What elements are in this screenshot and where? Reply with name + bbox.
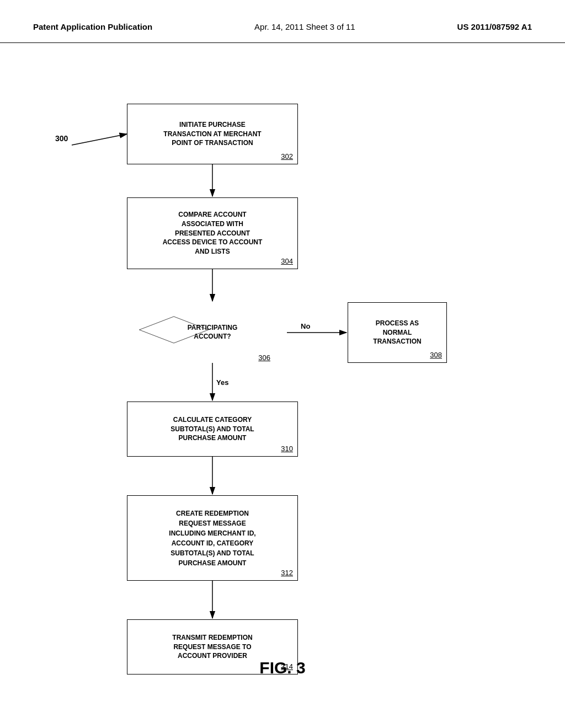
box-308-text: PROCESS AS NORMAL TRANSACTION: [373, 319, 421, 346]
publication-label: Patent Application Publication: [33, 22, 152, 31]
box-302-text: INITIATE PURCHASE TRANSACTION AT MERCHAN…: [163, 120, 261, 148]
ref-310: 310: [281, 445, 293, 453]
diamond-306-text: PARTICIPATINGACCOUNT?: [188, 324, 238, 341]
ref-306: 306: [258, 354, 270, 362]
box-304-text: COMPARE ACCOUNT ASSOCIATED WITH PRESENTE…: [163, 210, 263, 256]
box-304: COMPARE ACCOUNT ASSOCIATED WITH PRESENTE…: [127, 197, 298, 269]
svg-text:No: No: [301, 322, 310, 330]
diamond-306: PARTICIPATINGACCOUNT? 306: [138, 302, 287, 363]
ref-304: 304: [281, 257, 293, 265]
svg-text:Yes: Yes: [216, 378, 228, 387]
figure-label: FIG. 3: [259, 659, 305, 677]
box-314-text: TRANSMIT REDEMPTION REQUEST MESSAGE TO A…: [172, 633, 252, 661]
label-300: 300: [55, 134, 68, 143]
ref-308: 308: [430, 351, 442, 359]
svg-line-2: [72, 134, 127, 145]
sheet-info: Apr. 14, 2011 Sheet 3 of 11: [254, 22, 355, 31]
box-310-text: CALCULATE CATEGORY SUBTOTAL(S) AND TOTAL…: [170, 415, 254, 443]
box-312: CREATE REDEMPTION REQUEST MESSAGE INCLUD…: [127, 495, 298, 581]
box-310: CALCULATE CATEGORY SUBTOTAL(S) AND TOTAL…: [127, 402, 298, 457]
flowchart-diagram: 300 INITIATE PURCHASE TRANSACTION AT MER…: [0, 49, 565, 683]
ref-312: 312: [281, 569, 293, 577]
box-308: PROCESS AS NORMAL TRANSACTION 308: [348, 302, 447, 363]
patent-number: US 2011/087592 A1: [457, 22, 532, 31]
box-302: INITIATE PURCHASE TRANSACTION AT MERCHAN…: [127, 104, 298, 164]
box-312-text: CREATE REDEMPTION REQUEST MESSAGE INCLUD…: [169, 508, 255, 568]
ref-302: 302: [281, 152, 293, 160]
